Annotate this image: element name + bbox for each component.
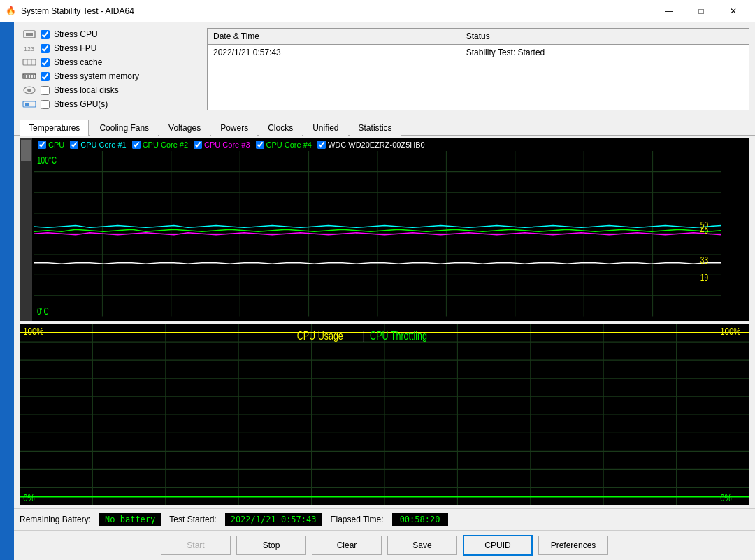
legend-core3-checkbox[interactable] [194,141,202,149]
tab-powers[interactable]: Powers [211,120,257,136]
tab-clocks[interactable]: Clocks [259,120,302,136]
start-button[interactable]: Start [161,536,231,555]
close-button[interactable]: ✕ [717,0,749,22]
legend-core2-checkbox[interactable] [132,141,141,149]
stress-fpu-item: 123 Stress FPU [20,42,201,55]
status-header: Status [461,29,749,45]
legend-cpu-checkbox[interactable] [38,141,46,149]
started-label: Test Started: [169,515,216,524]
main-content: Stress CPU 123 Stress FPU [14,22,755,560]
usage-chart-svg: 100% 0% 100% 0% CPU Usage | CPU Throttli… [20,324,749,506]
elapsed-label: Elapsed Time: [331,515,384,524]
temp-chart-legend: CPU CPU Core #1 CPU Core #2 [34,138,749,151]
main-window: 值得买 Stress CPU 123 [0,22,755,560]
cache-icon [22,57,36,67]
scroll-thumb[interactable] [21,140,31,161]
tab-temperatures[interactable]: Temperatures [20,120,89,136]
legend-core4-label: CPU Core #4 [266,141,312,149]
legend-wdc-label: WDC WD20EZRZ-00Z5HB0 [328,141,425,149]
svg-rect-9 [30,74,31,78]
app-body: 值得买 Stress CPU 123 [0,22,755,560]
svg-text:CPU Usage: CPU Usage [297,330,343,343]
svg-text:0%: 0% [23,491,35,503]
memory-icon [22,71,36,81]
svg-text:100%: 100% [23,325,44,337]
legend-core3-label: CPU Core #3 [204,141,250,149]
svg-rect-14 [25,103,29,106]
svg-text:0°C: 0°C [37,306,49,317]
stress-cache-label: Stress cache [54,57,102,67]
chart-scrollbar[interactable] [20,138,32,321]
legend-core1-label: CPU Core #1 [80,141,126,149]
temp-chart-inner: CPU CPU Core #1 CPU Core #2 [34,138,749,321]
gpu-icon [22,99,36,109]
button-bar: Start Stop Clear Save CPUID Preferences [14,530,755,560]
maximize-button[interactable]: □ [685,0,717,22]
tab-cooling-fans[interactable]: Cooling Fans [90,120,158,136]
started-value: 2022/1/21 0:57:43 [225,513,322,526]
status-table: Date & Time Status 2022/1/21 0:57:43 Sta… [207,28,749,110]
fpu-icon: 123 [22,43,36,53]
clear-button[interactable]: Clear [312,536,382,555]
tab-voltages[interactable]: Voltages [159,120,210,136]
status-cell: Stability Test: Started [461,45,749,61]
top-section: Stress CPU 123 Stress FPU [14,22,755,116]
stress-gpu-label: Stress GPU(s) [54,99,108,109]
stress-memory-item: Stress system memory [20,70,201,82]
window-title: System Stability Test - AIDA64 [21,6,653,16]
svg-rect-10 [33,74,34,78]
save-button[interactable]: Save [387,536,457,555]
stress-fpu-checkbox[interactable] [41,44,50,53]
stress-disks-item: Stress local disks [20,84,201,96]
legend-core2: CPU Core #2 [132,141,188,149]
svg-text:123: 123 [24,45,34,52]
stop-button[interactable]: Stop [236,536,306,555]
datetime-header: Date & Time [208,29,461,45]
stress-gpu-item: Stress GPU(s) [20,98,201,110]
charts-area: CPU CPU Core #1 CPU Core #2 [14,136,755,508]
stress-cache-item: Stress cache [20,56,201,69]
legend-wdc-checkbox[interactable] [317,141,326,149]
datetime-cell: 2022/1/21 0:57:43 [208,45,461,61]
status-row: 2022/1/21 0:57:43 Stability Test: Starte… [208,45,749,61]
svg-rect-7 [24,74,26,78]
svg-text:|: | [363,330,365,343]
window-controls: — □ ✕ [653,0,749,22]
svg-text:45: 45 [700,224,708,236]
legend-wdc: WDC WD20EZRZ-00Z5HB0 [317,141,425,149]
stress-cpu-item: Stress CPU [20,28,201,41]
status-bar: Remaining Battery: No battery Test Start… [14,508,755,530]
stress-cache-checkbox[interactable] [41,58,50,67]
svg-point-12 [27,89,31,92]
cpuid-button[interactable]: CPUID [463,535,533,556]
legend-cpu: CPU [38,141,64,149]
preferences-button[interactable]: Preferences [538,536,608,555]
battery-label: Remaining Battery: [20,515,91,524]
minimize-button[interactable]: — [653,0,685,22]
title-bar: 🔥 System Stability Test - AIDA64 — □ ✕ [0,0,755,22]
svg-text:100%: 100% [720,325,741,337]
legend-core1-checkbox[interactable] [70,141,78,149]
app-icon: 🔥 [6,6,17,17]
stress-options-panel: Stress CPU 123 Stress FPU [20,28,201,110]
sidebar-text: 值得买 [0,22,14,28]
stress-cpu-checkbox[interactable] [41,30,50,39]
svg-rect-13 [23,101,36,107]
svg-rect-1 [26,33,33,36]
stress-memory-label: Stress system memory [54,71,139,81]
legend-core4-checkbox[interactable] [256,141,264,149]
legend-cpu-label: CPU [48,141,64,149]
stress-disks-checkbox[interactable] [41,86,50,95]
svg-text:CPU Throttling: CPU Throttling [370,330,427,343]
stress-memory-checkbox[interactable] [41,72,50,81]
tab-unified[interactable]: Unified [303,120,347,136]
svg-text:0%: 0% [720,491,732,503]
tab-statistics[interactable]: Statistics [350,120,401,136]
legend-core4: CPU Core #4 [256,141,312,149]
stress-disks-label: Stress local disks [54,85,119,95]
temp-chart-svg: 100°C 0°C [34,151,721,317]
stress-fpu-label: Stress FPU [54,43,96,53]
stress-gpu-checkbox[interactable] [41,100,50,109]
stress-cpu-label: Stress CPU [54,29,98,39]
svg-rect-3 [23,59,36,65]
